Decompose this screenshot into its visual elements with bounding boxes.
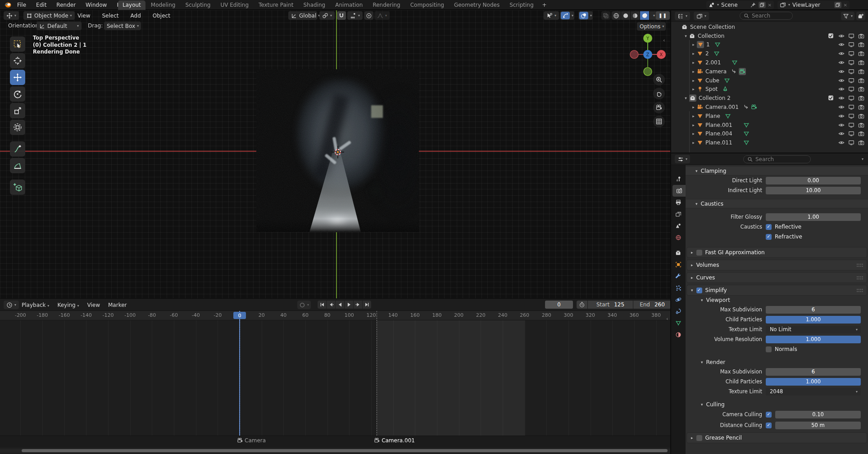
outliner-filter-dropdown[interactable]: ▾ — [841, 12, 854, 20]
jump-to-start-button[interactable] — [318, 301, 326, 309]
selectability-visibility-dropdown[interactable]: ▾ — [544, 11, 559, 20]
outliner-row-scene-collection[interactable]: Scene Collection — [671, 22, 868, 31]
disable-in-viewports-toggle[interactable] — [848, 130, 854, 137]
disable-in-renders-toggle[interactable] — [858, 59, 864, 66]
checkbox[interactable]: ✓ — [766, 234, 772, 240]
shading-rendered-button[interactable] — [640, 11, 649, 20]
outliner-filter-type-dropdown[interactable]: ▾ — [694, 12, 709, 20]
outliner-row-collection[interactable]: ▾Collection — [671, 31, 868, 40]
gizmos-toggle[interactable]: ▾ — [560, 11, 574, 20]
collapse-gizmo-arrow[interactable]: ‹ — [663, 37, 665, 43]
workspace-tab-layout[interactable]: Layout — [118, 0, 145, 10]
hide-in-viewport-toggle[interactable] — [838, 104, 845, 110]
timeline-editor-type-button[interactable]: ▾ — [4, 301, 19, 309]
pan-button[interactable] — [653, 88, 665, 99]
disable-in-viewports-toggle[interactable] — [848, 68, 854, 75]
properties-options-arrow[interactable]: ▾ — [862, 157, 863, 161]
collection-checkbox[interactable] — [828, 95, 834, 101]
zoom-button[interactable] — [653, 74, 665, 85]
disable-in-viewports-toggle[interactable] — [848, 113, 854, 119]
panel-enable-checkbox[interactable] — [696, 250, 702, 256]
workspace-tab-uv-editing[interactable]: UV Editing — [216, 0, 253, 10]
new-view-layer-button[interactable] — [834, 2, 841, 8]
disable-in-renders-toggle[interactable] — [858, 113, 864, 119]
properties-tab-material[interactable] — [671, 329, 686, 341]
checkbox[interactable]: ✓ — [766, 224, 772, 230]
timeline-marker-camera[interactable]: Camera — [237, 437, 266, 444]
hide-in-viewport-toggle[interactable] — [838, 68, 845, 75]
property-value-field[interactable]: 1.000 — [766, 378, 861, 386]
drag-handle-icon[interactable]: :::: — [856, 287, 863, 293]
next-keyframe-button[interactable] — [354, 301, 362, 309]
mode-dropdown[interactable]: Object Mode▾ — [23, 11, 75, 20]
workspace-tab-texture-paint[interactable]: Texture Paint — [254, 0, 298, 10]
properties-tab-constraints[interactable] — [671, 306, 686, 317]
outliner-row-plane-011[interactable]: ▸Plane.011 — [671, 138, 868, 147]
tool-rotate-button[interactable] — [10, 86, 25, 102]
checkbox[interactable]: ✓ — [766, 412, 772, 418]
viewport-3d[interactable]: ▾ Object Mode▾ ViewSelectAddObject Globa… — [0, 10, 670, 298]
properties-tab-physics[interactable] — [671, 294, 686, 306]
hide-in-viewport-toggle[interactable] — [838, 50, 845, 57]
timeline-scrollbar[interactable] — [0, 449, 670, 453]
collapse-timeline-arrow[interactable]: ‹ — [666, 316, 668, 322]
play-reverse-button[interactable] — [336, 301, 344, 309]
shading-material-preview-button[interactable] — [631, 11, 640, 20]
tool-cursor-button[interactable] — [10, 53, 25, 68]
scrollbar-thumb[interactable] — [22, 449, 668, 452]
camera-view-button[interactable] — [653, 102, 665, 113]
chevron-right-icon[interactable]: ▸ — [690, 123, 697, 127]
disable-in-viewports-toggle[interactable] — [848, 122, 854, 128]
viewport-menu-object[interactable]: Object — [153, 13, 170, 19]
proportional-editing-toggle[interactable] — [364, 11, 373, 20]
transform-orientation-dropdown[interactable]: Global▾ — [288, 11, 317, 20]
disable-in-renders-toggle[interactable] — [858, 130, 864, 137]
xray-toggle[interactable] — [601, 11, 610, 20]
outliner-row-2-001[interactable]: ▸2.001 — [671, 58, 868, 67]
properties-tab-collection[interactable] — [671, 247, 686, 259]
subpanel-header-culling[interactable]: ▾Culling — [686, 400, 868, 409]
use-preview-range-button[interactable] — [577, 301, 587, 309]
panel-volumes[interactable]: ▸Volumes:::: — [686, 260, 867, 270]
panel-grease-pencil[interactable]: ▸Grease Pencil — [686, 432, 867, 443]
current-frame-field[interactable]: 0 — [545, 301, 573, 309]
view-layer-selector[interactable]: ▾ ViewLayer ✕ — [777, 1, 850, 9]
tool-move-button[interactable] — [10, 70, 25, 85]
hide-in-viewport-toggle[interactable] — [838, 113, 845, 119]
hide-in-viewport-toggle[interactable] — [838, 130, 845, 137]
outliner-row-1[interactable]: ▸1 — [671, 40, 868, 49]
property-value-field[interactable]: 0.00 — [766, 177, 861, 184]
snap-toggle[interactable] — [337, 11, 346, 20]
disable-in-viewports-toggle[interactable] — [848, 77, 854, 84]
subpanel-header-viewport[interactable]: ▾Viewport — [686, 296, 868, 305]
frame-end-field[interactable]: End 260 — [633, 301, 670, 309]
workspace-tab-sculpting[interactable]: Sculpting — [181, 0, 215, 10]
outliner-row-collection-2[interactable]: ▾Collection 2 — [671, 94, 868, 103]
hide-in-viewport-toggle[interactable] — [838, 77, 845, 84]
property-value-field[interactable]: 1.000 — [766, 336, 861, 343]
disable-in-renders-toggle[interactable] — [858, 122, 864, 128]
drag-setting-dropdown[interactable]: Select Box▾ — [104, 22, 141, 30]
tool-transform-button[interactable] — [10, 120, 25, 135]
workspace-tab-compositing[interactable]: Compositing — [406, 0, 449, 10]
new-collection-button[interactable] — [856, 12, 865, 20]
timeline-marker-camera-001[interactable]: Camera.001 — [374, 437, 415, 444]
property-value-field[interactable]: 0.10 — [775, 411, 861, 418]
workspace-tab-rendering[interactable]: Rendering — [368, 0, 404, 10]
properties-tab-object-data[interactable] — [671, 317, 686, 329]
disable-in-renders-toggle[interactable] — [858, 139, 864, 146]
properties-tab-scene[interactable] — [671, 220, 686, 232]
property-value-field[interactable]: 6 — [766, 368, 861, 376]
workspace-tab-modeling[interactable]: Modeling — [146, 0, 180, 10]
hide-in-viewport-toggle[interactable] — [838, 86, 845, 92]
property-dropdown[interactable]: 2048 — [766, 388, 861, 396]
workspace-tab-scripting[interactable]: Scripting — [505, 0, 538, 10]
timeline-menu-marker[interactable]: Marker — [108, 302, 127, 308]
properties-tab-object[interactable] — [671, 259, 686, 270]
properties-tab-view-layer[interactable] — [671, 208, 686, 220]
properties-tab-tool[interactable] — [671, 173, 686, 185]
checkbox[interactable]: ✓ — [766, 423, 772, 428]
viewport-menu-view[interactable]: View — [77, 13, 90, 19]
property-value-field[interactable]: 1.000 — [766, 316, 861, 324]
outliner-row-plane-001[interactable]: ▸Plane.001 — [671, 121, 868, 130]
